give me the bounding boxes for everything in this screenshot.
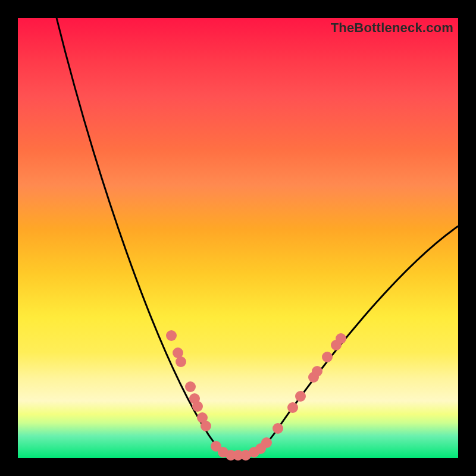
scatter-point [176,356,186,367]
curve-path [57,18,458,455]
scatter-point [273,423,283,434]
plot-area: TheBottleneck.com [18,18,458,458]
scatter-group [166,330,346,461]
scatter-point [295,391,306,402]
scatter-point [192,401,203,412]
scatter-point [287,402,298,413]
scatter-point [312,366,322,377]
scatter-point [336,333,346,344]
chart-svg [18,18,458,458]
scatter-point [201,421,211,431]
scatter-point [322,352,333,362]
scatter-point [185,381,196,392]
chart-frame: TheBottleneck.com [0,0,476,476]
scatter-point [166,330,177,341]
scatter-point [261,437,272,448]
